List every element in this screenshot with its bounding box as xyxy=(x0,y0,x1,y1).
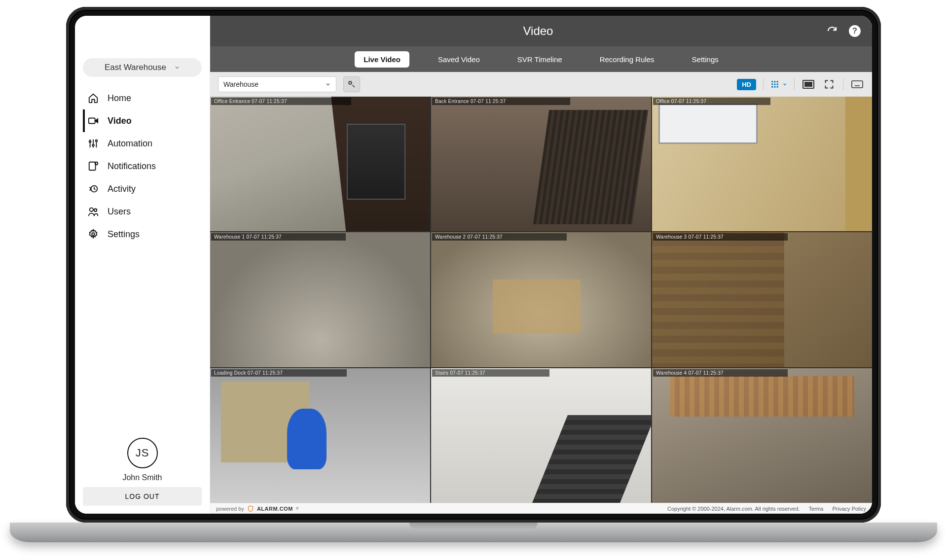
hd-toggle[interactable]: HD xyxy=(737,79,756,90)
tab-live-video[interactable]: Live Video xyxy=(355,51,409,68)
svg-rect-0 xyxy=(89,118,95,124)
shield-icon xyxy=(247,505,254,512)
user-name: John Smith xyxy=(122,473,162,482)
camera-thumbnail xyxy=(210,232,430,367)
video-tile-label: Warehouse 3 07-07 11:25:37 xyxy=(653,233,788,241)
powered-by-prefix: powered by xyxy=(216,506,244,512)
user-block: JS John Smith LOG OUT xyxy=(83,438,202,506)
sidebar-spacer xyxy=(83,250,202,433)
svg-text:?: ? xyxy=(852,26,857,35)
video-tile-label: Warehouse 1 07-07 11:25:37 xyxy=(211,233,346,241)
tabs: Live Video Saved Video SVR Timeline Reco… xyxy=(210,46,872,72)
video-tile[interactable]: Office 07-07 11:25:37 xyxy=(652,97,872,231)
footer: powered by ALARM.COM® Copyright © 2000-2… xyxy=(210,503,872,514)
camera-thumbnail xyxy=(210,97,430,231)
video-tile-label: Office Entrance 07-07 11:25:37 xyxy=(211,98,351,105)
sidebar-item-label: Home xyxy=(108,93,131,104)
sidebar-item-notifications[interactable]: Notifications xyxy=(83,155,202,177)
theater-mode-button[interactable] xyxy=(801,79,815,89)
camera-thumbnail xyxy=(431,368,651,503)
svg-point-11 xyxy=(94,209,97,212)
video-tile-label: Stairs 07-07 11:25:37 xyxy=(432,369,549,377)
refresh-icon[interactable] xyxy=(826,25,838,37)
keyboard-button[interactable] xyxy=(850,79,864,89)
home-icon xyxy=(88,93,99,104)
gear-wrench-icon xyxy=(347,80,356,89)
video-tile-label: Warehouse 4 07-07 11:25:37 xyxy=(653,369,788,377)
copyright-text: Copyright © 2000-2024, Alarm.com. All ri… xyxy=(667,506,800,512)
camera-thumbnail xyxy=(210,368,430,503)
video-tile[interactable]: Stairs 07-07 11:25:37 xyxy=(431,368,651,503)
laptop-notch xyxy=(409,523,538,529)
sidebar-item-activity[interactable]: Activity xyxy=(83,177,202,200)
video-icon xyxy=(88,115,99,126)
sidebar: East Warehouse Home xyxy=(75,16,210,514)
tab-svr-timeline[interactable]: SVR Timeline xyxy=(509,51,571,68)
camera-thumbnail xyxy=(431,97,651,231)
gear-icon xyxy=(88,229,99,240)
svg-point-6 xyxy=(96,140,98,142)
video-tile[interactable]: Warehouse 4 07-07 11:25:37 xyxy=(652,368,872,503)
sliders-icon xyxy=(88,138,99,149)
view-group-select-label: Warehouse xyxy=(223,80,258,88)
privacy-link[interactable]: Privacy Policy xyxy=(833,506,866,512)
camera-thumbnail xyxy=(652,368,872,503)
grid-icon xyxy=(770,80,779,89)
camera-thumbnail xyxy=(652,232,872,367)
chevron-down-icon xyxy=(174,65,180,70)
page-title: Video xyxy=(251,24,826,38)
svg-rect-7 xyxy=(89,162,96,171)
sidebar-item-automation[interactable]: Automation xyxy=(83,132,202,155)
fullscreen-button[interactable] xyxy=(822,79,836,89)
tab-settings[interactable]: Settings xyxy=(683,51,728,68)
view-group-select[interactable]: Warehouse xyxy=(218,76,336,92)
toolbar-divider xyxy=(843,78,843,90)
video-tile-label: Back Entrance 07-07 11:25:37 xyxy=(432,98,570,105)
chevron-down-icon xyxy=(782,82,787,87)
tab-recording-rules[interactable]: Recording Rules xyxy=(591,51,663,68)
svg-rect-20 xyxy=(774,84,776,85)
svg-point-12 xyxy=(92,233,95,236)
svg-rect-23 xyxy=(774,86,776,88)
svg-rect-18 xyxy=(777,81,778,82)
terms-link[interactable]: Terms xyxy=(809,506,824,512)
powered-by: powered by ALARM.COM® xyxy=(216,505,299,512)
video-tile[interactable]: Back Entrance 07-07 11:25:37 xyxy=(431,97,651,231)
grid-layout-dropdown[interactable] xyxy=(770,80,787,89)
avatar[interactable]: JS xyxy=(127,438,158,468)
laptop-base xyxy=(10,523,937,542)
camera-thumbnail xyxy=(652,97,872,231)
location-dropdown[interactable]: East Warehouse xyxy=(83,58,202,77)
activity-icon xyxy=(88,183,99,194)
notifications-icon xyxy=(88,161,99,172)
video-tile[interactable]: Warehouse 2 07-07 11:25:37 xyxy=(431,232,651,367)
sidebar-item-label: Activity xyxy=(108,184,136,194)
video-tile[interactable]: Warehouse 3 07-07 11:25:37 xyxy=(652,232,872,367)
laptop-mockup: East Warehouse Home xyxy=(59,0,888,542)
video-tile[interactable]: Office Entrance 07-07 11:25:37 xyxy=(210,97,430,231)
sidebar-item-users[interactable]: Users xyxy=(83,200,202,223)
video-tile-label: Office 07-07 11:25:37 xyxy=(653,98,770,105)
video-tile[interactable]: Warehouse 1 07-07 11:25:37 xyxy=(210,232,430,367)
toolbar-divider xyxy=(763,78,764,90)
sidebar-item-home[interactable]: Home xyxy=(83,87,202,109)
help-icon[interactable]: ? xyxy=(848,25,861,37)
tab-saved-video[interactable]: Saved Video xyxy=(429,51,489,68)
logout-button[interactable]: LOG OUT xyxy=(83,487,202,506)
sidebar-item-settings[interactable]: Settings xyxy=(83,223,202,245)
sidebar-item-label: Automation xyxy=(108,139,152,149)
svg-rect-27 xyxy=(852,81,863,88)
sidebar-item-label: Settings xyxy=(108,229,140,240)
avatar-initials: JS xyxy=(136,447,149,459)
svg-point-8 xyxy=(95,162,98,165)
toolbar: Warehouse HD xyxy=(210,72,872,97)
header-actions: ? xyxy=(826,25,861,37)
svg-point-10 xyxy=(90,208,93,211)
app-screen: East Warehouse Home xyxy=(75,16,872,514)
view-settings-button[interactable] xyxy=(343,76,360,92)
video-tile-label: Warehouse 2 07-07 11:25:37 xyxy=(432,233,567,241)
svg-rect-17 xyxy=(774,81,776,82)
svg-point-2 xyxy=(89,141,91,143)
sidebar-item-video[interactable]: Video xyxy=(83,109,202,132)
video-tile[interactable]: Loading Dock 07-07 11:25:37 xyxy=(210,368,430,503)
